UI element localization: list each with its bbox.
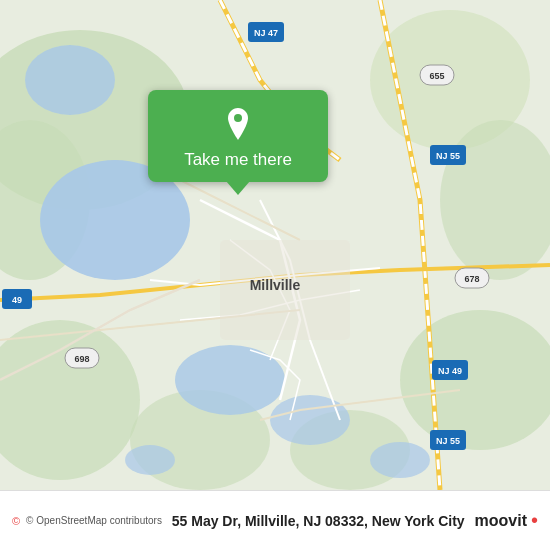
map-view: Millville NJ 47 NJ 55 655 678 698 NJ 55 … (0, 0, 550, 490)
city-label: Millville (250, 277, 301, 293)
take-me-there-label: Take me there (184, 150, 292, 170)
location-popup[interactable]: Take me there (148, 90, 328, 195)
moovit-dot: • (531, 509, 538, 532)
svg-text:655: 655 (429, 71, 444, 81)
address-label: 55 May Dr, Millville, NJ 08332, New York… (162, 513, 475, 529)
moovit-text: moovit (475, 512, 527, 530)
svg-text:NJ 49: NJ 49 (438, 366, 462, 376)
bottom-bar: © © OpenStreetMap contributors 55 May Dr… (0, 490, 550, 550)
svg-text:NJ 55: NJ 55 (436, 436, 460, 446)
svg-point-12 (270, 395, 350, 445)
tooltip-arrow (226, 181, 250, 195)
svg-point-10 (25, 45, 115, 115)
svg-text:NJ 47: NJ 47 (254, 28, 278, 38)
svg-point-32 (234, 114, 242, 122)
svg-text:49: 49 (12, 295, 22, 305)
location-pin-icon (220, 106, 256, 142)
osm-logo: © (12, 515, 20, 527)
svg-text:698: 698 (74, 354, 89, 364)
moovit-logo: moovit • (475, 509, 538, 532)
attribution-area: © © OpenStreetMap contributors (12, 515, 162, 527)
osm-attribution: © OpenStreetMap contributors (26, 515, 162, 526)
svg-point-13 (370, 442, 430, 478)
svg-text:NJ 55: NJ 55 (436, 151, 460, 161)
svg-point-14 (125, 445, 175, 475)
svg-text:678: 678 (464, 274, 479, 284)
tooltip-box[interactable]: Take me there (148, 90, 328, 182)
